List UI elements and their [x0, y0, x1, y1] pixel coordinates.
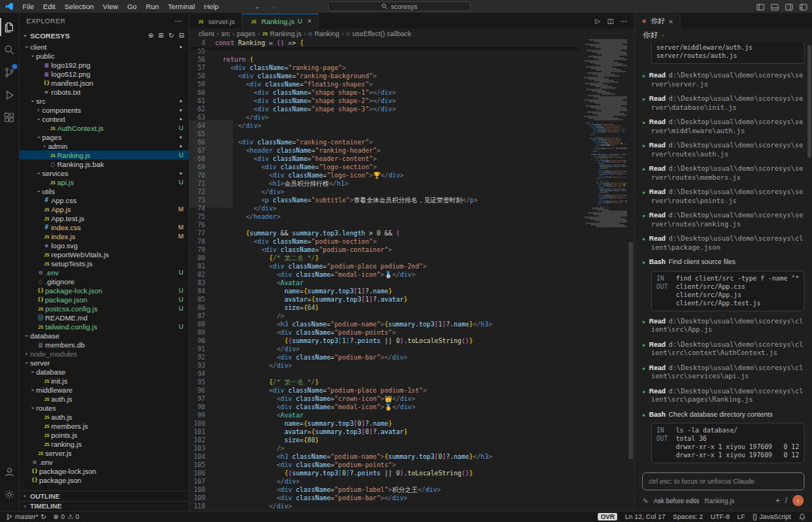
- tree-item-package.json[interactable]: {}package.jsonU: [20, 295, 189, 304]
- collapse-folders-icon[interactable]: ⊟: [178, 32, 184, 39]
- tree-item-context[interactable]: ›context: [20, 114, 189, 123]
- run-debug-icon[interactable]: [0, 86, 20, 104]
- tree-item-server.js[interactable]: JSserver.js: [20, 448, 189, 457]
- tree-item-setupTests.js[interactable]: JSsetupTests.js: [20, 259, 189, 268]
- context-file-chip[interactable]: Ranking.js: [704, 497, 735, 505]
- toggle-panel-icon[interactable]: [771, 3, 779, 11]
- menu-edit[interactable]: Edit: [38, 2, 59, 11]
- run-file-icon[interactable]: ▷: [595, 17, 601, 25]
- tree-item-routes[interactable]: ›routes: [20, 403, 189, 412]
- menu-help[interactable]: Help: [199, 2, 223, 11]
- source-control-icon[interactable]: [0, 63, 20, 81]
- breadcrumb-item[interactable]: client: [198, 30, 214, 38]
- git-branch-item[interactable]: master* ↻: [6, 513, 47, 520]
- tree-item-database[interactable]: ›database: [20, 367, 189, 376]
- tree-item-.gitignore[interactable]: ◌.gitignore: [20, 277, 189, 286]
- tree-item-README.md[interactable]: ⓂREADME.md: [20, 313, 189, 322]
- nav-back-icon[interactable]: ←: [253, 2, 263, 11]
- tree-item-public[interactable]: ›public: [20, 51, 189, 60]
- tree-item-AuthContext.js[interactable]: JSAuthContext.jsU: [20, 123, 189, 132]
- extensions-icon[interactable]: [0, 108, 20, 126]
- tree-item-.env[interactable]: ⚙.envU: [20, 268, 189, 277]
- tree-item-components[interactable]: ›components: [20, 105, 189, 114]
- permission-mode[interactable]: Ask before edits: [653, 497, 699, 505]
- breadcrumb-item[interactable]: useEffect() callback: [353, 30, 411, 38]
- minimap-slider[interactable]: [189, 120, 233, 208]
- tree-item-manifest.json[interactable]: {}manifest.json: [20, 78, 189, 87]
- code-editor[interactable]: 4const Ranking = () => {5556 return (57 …: [189, 39, 634, 511]
- tree-item-auth.js[interactable]: JSauth.js: [20, 412, 189, 421]
- encoding[interactable]: UTF-8: [710, 513, 730, 520]
- tree-item-tailwind.config.js[interactable]: JStailwind.config.jsU: [20, 322, 189, 331]
- overtype-indicator[interactable]: OVR: [598, 513, 617, 520]
- tree-item-App.css[interactable]: #App.css: [20, 196, 189, 205]
- tree-item-utils[interactable]: ›utils: [20, 187, 189, 196]
- tree-item-logo512.png[interactable]: ▨logo512.png: [20, 69, 189, 78]
- nav-forward-icon[interactable]: →: [268, 2, 278, 11]
- workspace-section-header[interactable]: › SCORESYS ⊕ ⊞ ↻ ⊟: [20, 29, 189, 42]
- tab-server.js[interactable]: JSserver.js: [189, 14, 242, 29]
- toggle-sidebar-icon[interactable]: [756, 3, 765, 11]
- tree-item-postcss.config.js[interactable]: JSpostcss.config.jsU: [20, 304, 189, 313]
- breadcrumb-item[interactable]: pages: [237, 30, 256, 38]
- tree-item-index.css[interactable]: #index.cssM: [20, 223, 189, 232]
- account-icon[interactable]: [0, 463, 20, 481]
- tree-item-App.test.js[interactable]: JSApp.test.js: [20, 214, 189, 223]
- tree-item-services[interactable]: ›services: [20, 168, 189, 178]
- tab-Ranking.js[interactable]: JSRanking.jsU×: [242, 14, 319, 29]
- tree-item-reportWebVitals.js[interactable]: JSreportWebVitals.js: [20, 250, 189, 259]
- eol-sequence[interactable]: LF: [737, 513, 745, 520]
- tree-item-database[interactable]: ›database: [20, 331, 189, 340]
- tree-item-package.json[interactable]: {}package.json: [20, 475, 189, 484]
- tree-item-points.js[interactable]: JSpoints.js: [20, 430, 189, 439]
- timeline-section[interactable]: ›TIMELINE: [20, 501, 189, 511]
- customize-layout-icon[interactable]: [799, 3, 807, 11]
- tree-item-index.js[interactable]: JSindex.jsM: [20, 232, 189, 241]
- breadcrumb-item[interactable]: Ranking: [314, 30, 339, 38]
- tree-item-logo192.png[interactable]: ▨logo192.png: [20, 60, 189, 69]
- problems-item[interactable]: ⊗0 ⚠0: [53, 513, 80, 520]
- editor-more-actions-icon[interactable]: ⋯: [620, 17, 627, 25]
- menu-file[interactable]: File: [18, 2, 38, 11]
- language-mode[interactable]: {}JavaScript: [753, 513, 791, 520]
- attach-icon[interactable]: +: [775, 496, 780, 505]
- tree-item-ranking.js[interactable]: JSranking.js: [20, 439, 189, 448]
- tree-item-admin[interactable]: ›admin: [20, 141, 189, 150]
- outline-section[interactable]: ›OUTLINE: [20, 491, 189, 501]
- tree-item-logo.svg[interactable]: ◈logo.svg: [20, 241, 189, 250]
- close-panel-tab-icon[interactable]: ×: [669, 17, 674, 26]
- tree-item-pages[interactable]: ›pages: [20, 132, 189, 141]
- slash-command-icon[interactable]: /: [785, 496, 787, 505]
- settings-gear-icon[interactable]: [0, 485, 20, 503]
- menu-terminal[interactable]: Terminal: [163, 2, 199, 11]
- tree-item-App.js[interactable]: JSApp.jsM: [20, 205, 189, 214]
- new-folder-icon[interactable]: ⊞: [158, 32, 164, 39]
- search-sidebar-icon[interactable]: [0, 41, 20, 59]
- breadcrumb-item[interactable]: Ranking.js: [270, 30, 301, 38]
- new-file-icon[interactable]: ⊕: [148, 32, 154, 39]
- tree-item-members.db[interactable]: ▤members.db: [20, 340, 189, 349]
- claude-input[interactable]: [642, 472, 804, 490]
- refresh-explorer-icon[interactable]: ↻: [168, 32, 174, 39]
- tree-item-node_modules[interactable]: ›node_modules: [20, 349, 189, 358]
- explorer-more-actions-icon[interactable]: ⋯: [175, 17, 182, 25]
- notifications-bell-icon[interactable]: [798, 513, 806, 520]
- tree-item-Ranking.js[interactable]: JSRanking.jsU: [20, 150, 189, 159]
- tree-item-src[interactable]: ›src: [20, 96, 189, 105]
- tree-item-Ranking.js.bak[interactable]: ▢Ranking.js.bak: [20, 159, 189, 168]
- tree-item-package-lock.json[interactable]: {}package-lock.jsonU: [20, 286, 189, 295]
- conversation-title[interactable]: 你好 ›: [635, 29, 812, 42]
- tree-item-api.js[interactable]: JSapi.jsU: [20, 178, 189, 187]
- explorer-icon[interactable]: [0, 18, 20, 36]
- tree-item-auth.js[interactable]: JSauth.js: [20, 394, 189, 403]
- menu-view[interactable]: View: [98, 2, 123, 11]
- split-editor-icon[interactable]: ◫: [607, 17, 614, 25]
- menu-run[interactable]: Run: [141, 2, 163, 11]
- tree-item-init.js[interactable]: JSinit.js: [20, 376, 189, 385]
- send-button[interactable]: ↑: [792, 495, 804, 506]
- close-tab-icon[interactable]: ×: [308, 17, 311, 25]
- tree-item-.env[interactable]: ⚙.env: [20, 457, 189, 466]
- indentation[interactable]: Spaces: 2: [673, 513, 703, 520]
- tree-item-middleware[interactable]: ›middleware: [20, 385, 189, 394]
- editor-scrollbar[interactable]: [628, 39, 634, 511]
